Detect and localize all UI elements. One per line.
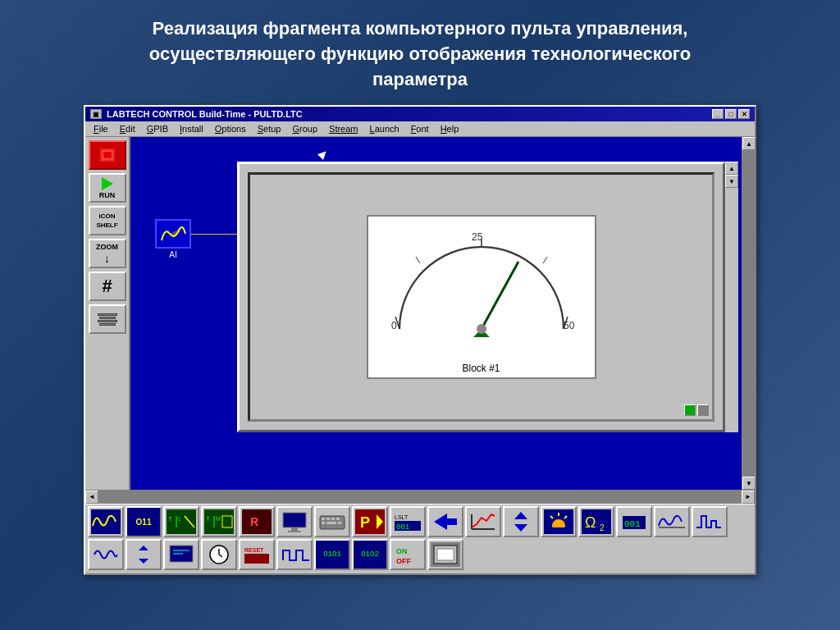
menu-help[interactable]: Help [436,123,464,135]
page-title: Реализация фрагмента компьютерного пульт… [149,16,691,92]
tb-wave3[interactable] [692,506,728,537]
right-scrollbar: ▲ ▼ [742,137,755,490]
tb-lslt001[interactable]: LSLT 001 [390,506,426,537]
tb-tm[interactable]: T M [201,506,237,537]
svg-text:RESET: RESET [244,547,264,553]
tb-omega2[interactable]: Ω 2 [578,506,614,537]
svg-rect-35 [326,518,330,520]
run-button[interactable]: RUN [89,173,126,203]
scroll-down-button[interactable]: ▼ [742,477,756,490]
scroll-up-button[interactable]: ▲ [725,162,738,175]
svg-rect-50 [468,509,498,534]
canvas-area[interactable]: AI [130,137,742,490]
tb-arrow1[interactable] [427,506,463,537]
mouse-cursor [317,148,329,160]
icon-shelf-button[interactable]: ICON SHELF [89,206,126,235]
tb-o1o2[interactable]: O1O2 [352,539,388,570]
scroll-up-button[interactable]: ▲ [742,137,756,150]
svg-rect-30 [291,527,298,531]
svg-text:LSLT: LSLT [395,514,409,520]
tb-keyboard[interactable] [314,506,350,537]
svg-text:25: 25 [472,231,483,243]
svg-rect-34 [322,518,325,520]
svg-rect-61 [544,527,573,534]
tb-on-off[interactable]: ON OFF [390,539,426,570]
tb-monitor[interactable] [276,506,313,537]
zoom-button[interactable]: ZOOM ↓ [89,239,126,268]
tb-chart[interactable] [465,506,501,537]
svg-line-12 [482,262,518,329]
tb-arrows[interactable] [126,539,162,570]
menu-stream[interactable]: Stream [324,123,363,135]
menu-file[interactable]: File [89,123,113,135]
svg-rect-36 [331,518,335,520]
tb-screen2[interactable] [163,539,199,570]
svg-text:T: T [206,515,210,523]
svg-rect-71 [91,542,121,567]
svg-text:M: M [216,516,221,522]
svg-text:P: P [360,514,370,531]
ai-icon-label: AI [169,250,176,259]
tb-box[interactable] [427,539,463,570]
tb-waveform[interactable] [88,506,124,537]
menu-group[interactable]: Group [287,123,322,135]
tb-r[interactable]: R [239,506,275,537]
bottom-toolbar: O11 T c T M R [85,503,755,573]
menu-launch[interactable]: Launch [365,123,404,135]
tb-o1o1[interactable]: O1O1 [314,539,350,570]
tb-reset[interactable]: RESET [239,539,275,570]
scroll-down-button[interactable]: ▼ [725,175,738,188]
tb-sq-wave[interactable] [276,539,313,570]
svg-line-7 [416,257,420,263]
tb-p[interactable]: P [352,506,388,537]
svg-line-8 [543,257,547,263]
application-window: ▣ LABTECH CONTROL Build-Time - PULTD.LTC… [84,105,756,575]
svg-point-14 [477,324,486,334]
menu-edit[interactable]: Edit [115,123,140,135]
menu-install[interactable]: Install [175,123,208,135]
close-button[interactable]: ✕ [738,109,750,119]
tb-clock[interactable] [201,539,237,570]
tb-tc[interactable]: T c [163,506,199,537]
svg-text:R: R [250,515,258,528]
svg-rect-38 [322,522,325,524]
window-title: LABTECH CONTROL Build-Time - PULTD.LTC [107,109,303,119]
minimize-button[interactable]: _ [712,109,724,119]
tb-coil[interactable] [88,539,124,570]
svg-text:ON: ON [396,547,408,555]
stop-button[interactable] [89,140,126,170]
menu-gpib[interactable]: GPIB [142,123,173,135]
tb-sunrise[interactable] [541,506,577,537]
layers-button[interactable] [89,304,126,334]
svg-text:OFF: OFF [396,557,411,565]
menu-options[interactable]: Options [210,123,251,135]
menu-bar: File Edit GPIB Install Options Setup Gro… [85,121,755,137]
svg-rect-91 [437,549,454,560]
ai-icon-item[interactable]: AI [155,219,191,259]
hash-button[interactable]: # [89,272,126,301]
svg-text:0: 0 [391,320,397,331]
gauge-gray-ctrl[interactable] [697,404,709,416]
svg-rect-31 [288,531,301,532]
svg-rect-29 [283,513,306,527]
gauge-label: Block #1 [459,359,503,377]
svg-rect-39 [326,522,336,524]
menu-font[interactable]: Font [406,123,434,135]
tb-001-disp[interactable]: 001 [616,506,652,537]
svg-text:Ω: Ω [585,514,596,531]
window-icon[interactable]: ▣ [90,109,102,119]
svg-text:001: 001 [624,519,641,529]
gauge-green-ctrl[interactable] [684,404,696,416]
svg-rect-40 [338,522,341,524]
scroll-right-button[interactable]: ► [742,491,755,504]
gauge-scrollbar: ▲ ▼ [725,162,738,432]
svg-text:001: 001 [396,523,409,532]
svg-rect-85 [280,542,309,567]
menu-setup[interactable]: Setup [253,123,286,135]
tb-updn[interactable] [503,506,539,537]
tb-wave2[interactable] [654,506,690,537]
scroll-left-button[interactable]: ◄ [85,491,98,504]
gauge-panel: 0 25 50 Block #1 [237,162,725,432]
tb-o11[interactable]: O11 [126,506,162,537]
maximize-button[interactable]: □ [725,109,737,119]
